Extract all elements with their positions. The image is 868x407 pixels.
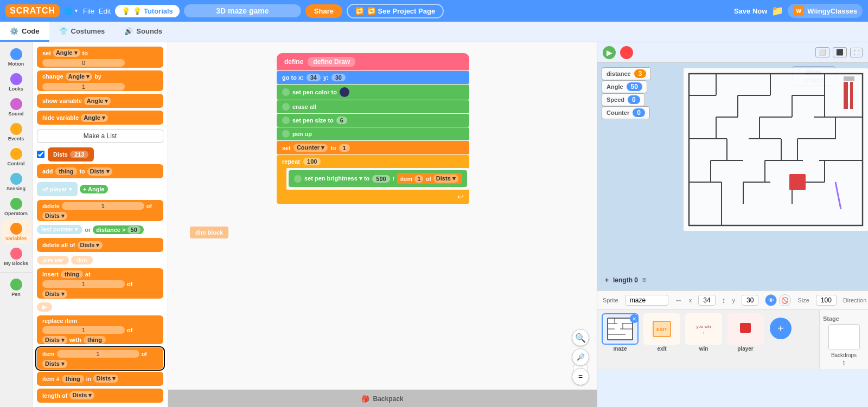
script-partial-left: dim block <box>190 227 228 238</box>
sprite-size-value[interactable]: 100 <box>816 295 837 306</box>
folder-icon[interactable]: 📁 <box>771 5 783 17</box>
svg-rect-36 <box>844 82 848 109</box>
top-nav: SCRATCH 🌐 ▼ File Edit 💡 💡 Tutorials Shar… <box>0 0 868 22</box>
set-angle-value[interactable] <box>42 59 125 67</box>
file-menu[interactable]: File <box>83 7 94 15</box>
lightbulb-icon: 💡 <box>122 7 130 15</box>
sprite-thumb-maze[interactable]: ✕ <box>601 313 640 352</box>
length-of-dists-block[interactable]: length of Dists ▾ <box>37 389 163 403</box>
set-counter-block[interactable]: set Counter ▾ to 1 <box>277 141 469 154</box>
show-eye-button[interactable]: 👁 <box>765 294 777 306</box>
delete-of-dists[interactable]: delete of Dists ▾ <box>37 200 163 221</box>
tab-code[interactable]: ⚙️ Code <box>0 22 49 42</box>
change-angle-block[interactable]: change Angle ▾ by <box>37 70 163 92</box>
globe-arrow: ▼ <box>74 8 79 14</box>
set-pen-brightness-block[interactable]: set pen brightness ▾ to 500 / item 1 of … <box>289 170 467 187</box>
svg-text:you win: you win <box>696 324 711 329</box>
show-variable-block[interactable]: show variable Angle ▾ <box>37 94 163 108</box>
add-thing-to-dists[interactable]: add thing to Dists ▾ <box>37 164 163 178</box>
category-motion[interactable]: Motion <box>2 46 31 69</box>
pen-up-block[interactable]: pen up <box>277 127 469 140</box>
replace-index-value[interactable] <box>42 326 125 334</box>
maze-mini-svg <box>607 317 634 341</box>
set-pen-color-block[interactable]: set pen color to <box>277 85 469 100</box>
change-angle-value[interactable] <box>42 83 125 91</box>
stage-fullscreen-button[interactable]: ⛶ <box>850 48 863 57</box>
dists-checkbox[interactable] <box>37 151 44 158</box>
make-list-button[interactable]: Make a List <box>37 130 163 143</box>
hide-eye-button[interactable]: 🚫 <box>779 294 791 306</box>
tab-costumes[interactable]: 👕 Costumes <box>49 22 115 42</box>
language-selector[interactable]: 🌐 ▼ <box>64 7 79 15</box>
see-project-button[interactable]: 🔁 🔁 See Project Page <box>347 4 444 18</box>
save-now-button[interactable]: Save Now <box>734 7 767 15</box>
category-variables[interactable]: Variables <box>2 220 31 244</box>
sounds-icon: 🔊 <box>124 27 133 35</box>
right-panel: ▶ ⬜ ⬛ ⛶ distance 3 Dists (em <box>597 42 868 407</box>
zoom-in-button[interactable]: 🔍 <box>572 329 589 346</box>
of-player-block[interactable]: of player ▾ <box>37 182 78 196</box>
scripts-area[interactable]: define define Draw go to x: 34 y: 30 set… <box>168 42 597 407</box>
repeat-block[interactable]: repeat 100 set pen brightness ▾ to 500 /… <box>277 155 469 204</box>
sprite-name-input[interactable] <box>625 295 668 306</box>
item-of-dists-block[interactable]: item of Dists ▾ <box>37 348 163 369</box>
sprite-x-value[interactable]: 34 <box>698 295 715 306</box>
share-button[interactable]: Share <box>305 4 342 18</box>
category-looks[interactable]: Looks <box>2 70 31 94</box>
sprite-thumb-exit[interactable]: EXIT exit <box>642 313 681 352</box>
zoom-reset-button[interactable]: = <box>572 368 589 385</box>
item-num-block[interactable]: item # thing in Dists ▾ <box>37 372 163 386</box>
color-swatch[interactable] <box>340 87 349 97</box>
height-icon: ↕ <box>722 296 726 305</box>
angle-monitor: Angle 50 <box>602 80 647 93</box>
backdrop-thumb[interactable] <box>827 324 861 350</box>
pen-icon4 <box>282 130 290 138</box>
category-events[interactable]: Events <box>2 120 31 144</box>
define-draw-block[interactable]: define define Draw <box>277 53 469 70</box>
zoom-out-button[interactable]: 🔎 <box>572 348 589 366</box>
delete-all-dists[interactable]: delete all of Dists ▾ <box>37 238 163 252</box>
tab-sounds[interactable]: 🔊 Sounds <box>114 22 172 42</box>
exit-mini-svg: EXIT <box>651 319 673 339</box>
category-sound[interactable]: Sound <box>2 95 31 119</box>
stage-small-button[interactable]: ⬜ <box>815 47 829 57</box>
edit-menu[interactable]: Edit <box>99 7 111 15</box>
backdrop-image <box>828 324 860 350</box>
sprite-thumb-player[interactable]: player <box>726 313 765 352</box>
delete-index-value[interactable] <box>62 202 144 210</box>
move-icon: ↔ <box>675 296 682 305</box>
backpack-bar[interactable]: 🎒 Backpack <box>168 390 597 407</box>
repeat-mouth: set pen brightness ▾ to 500 / item 1 of … <box>286 168 469 190</box>
show-toggle: 👁 🚫 <box>765 294 791 306</box>
tutorials-button[interactable]: 💡 💡 Tutorials <box>115 5 180 17</box>
category-operators[interactable]: Operators <box>2 195 31 219</box>
goto-xy-block[interactable]: go to x: 34 y: 30 <box>277 71 469 84</box>
sprite-thumb-win[interactable]: you win ! win <box>684 313 723 352</box>
sprite-y-value[interactable]: 30 <box>742 295 758 306</box>
pen-icon <box>282 88 290 96</box>
set-angle-block[interactable]: set Angle ▾ to <box>37 47 163 68</box>
stop-button[interactable] <box>620 46 633 59</box>
item-index-value[interactable] <box>57 350 139 358</box>
user-badge[interactable]: W WiingyClasses <box>788 4 863 18</box>
insert-thing-block[interactable]: insert thing at of Dists ▾ <box>37 268 163 298</box>
delete-maze-sprite-btn[interactable]: ✕ <box>630 314 639 323</box>
dists-row: Dists 213 <box>37 147 163 161</box>
project-name-input[interactable] <box>184 4 301 17</box>
svg-rect-38 <box>844 76 854 81</box>
set-pen-size-block[interactable]: set pen size to 6 <box>277 114 469 127</box>
replace-item-block[interactable]: replace item of Dists ▾ with thing <box>37 315 163 345</box>
category-pen[interactable]: Pen <box>2 276 31 300</box>
green-flag-button[interactable]: ▶ <box>603 46 616 59</box>
stage-medium-button[interactable]: ⬛ <box>833 47 847 57</box>
insert-index-value[interactable] <box>42 280 125 288</box>
dists-list-block[interactable]: Dists 213 <box>48 147 94 161</box>
hide-variable-block[interactable]: hide variable Angle ▾ <box>37 111 163 125</box>
partial-block-1[interactable]: dim block <box>190 227 228 238</box>
category-control[interactable]: Control <box>2 145 31 169</box>
erase-all-block[interactable]: erase all <box>277 100 469 113</box>
scratch-logo[interactable]: SCRATCH <box>5 4 60 17</box>
category-sensing[interactable]: Sensing <box>2 170 31 194</box>
category-myblocks[interactable]: My Blocks <box>2 245 31 269</box>
add-sprite-button[interactable]: + <box>770 318 792 339</box>
